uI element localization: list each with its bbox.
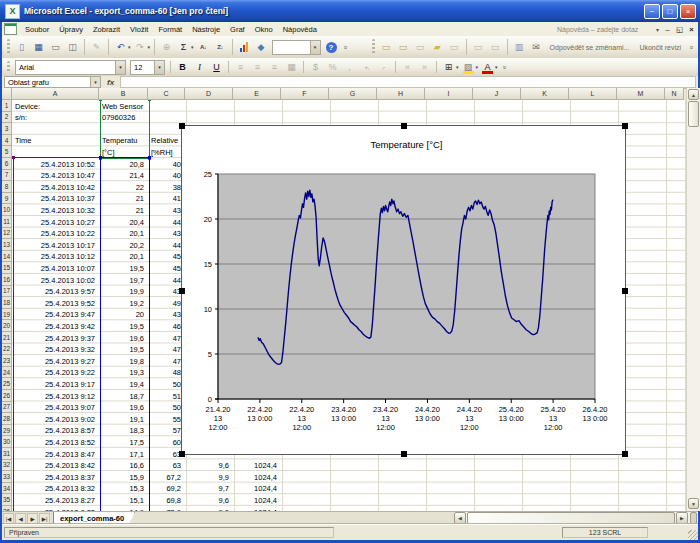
font-color-button-dropdown-icon[interactable]: ▾ <box>495 64 498 70</box>
chart-selection-handle[interactable] <box>179 451 185 457</box>
cell-C11[interactable]: 44 <box>151 218 181 228</box>
cell-D34[interactable]: 9,7 <box>188 484 229 494</box>
cell-C17[interactable]: 43 <box>151 287 181 297</box>
currency-style-icon[interactable]: $ <box>308 60 323 75</box>
cell-C23[interactable]: 47 <box>151 357 181 367</box>
maximize-button[interactable]: □ <box>662 4 678 19</box>
print-preview-icon[interactable]: ◫ <box>65 40 80 55</box>
comma-style-icon[interactable]: , <box>342 60 357 75</box>
row-header-13[interactable]: 13 <box>2 239 12 251</box>
name-box-dropdown-icon[interactable]: ▾ <box>91 76 101 88</box>
scroll-down-icon[interactable]: ▼ <box>688 498 699 509</box>
cell-C19[interactable]: 43 <box>151 310 181 320</box>
menu-format[interactable]: Formát <box>153 23 187 36</box>
cell-C8[interactable]: 38 <box>151 183 181 193</box>
row-header-33[interactable]: 33 <box>2 471 12 483</box>
column-header-F[interactable]: F <box>281 88 329 100</box>
row-header-17[interactable]: 17 <box>2 286 12 298</box>
send-mail-icon[interactable]: ✉ <box>529 40 544 55</box>
cell-C27[interactable]: 50 <box>151 403 181 413</box>
chart-wizard-icon[interactable] <box>237 40 252 55</box>
toolbar-options-formatting[interactable]: » <box>500 62 507 72</box>
undo-button[interactable]: ↶ <box>113 40 128 55</box>
menu-graf[interactable]: Graf <box>225 23 250 36</box>
row-header-22[interactable]: 22 <box>2 344 12 356</box>
menu-soubor[interactable]: Soubor <box>20 23 54 36</box>
column-header-N[interactable]: N <box>665 88 684 100</box>
align-center-icon[interactable]: ≡ <box>250 60 265 75</box>
previous-comment-icon[interactable]: ▭ <box>396 40 411 55</box>
menu-okno[interactable]: Okno <box>250 23 278 36</box>
merge-center-icon[interactable]: ▦ <box>284 60 299 75</box>
drawing-toolbar-icon[interactable]: ◆ <box>254 40 269 55</box>
row-header-7[interactable]: 7 <box>2 170 12 182</box>
scrollbar-split-handle[interactable] <box>690 512 697 524</box>
fill-color-button-dropdown-icon[interactable]: ▾ <box>476 64 479 70</box>
row-header-6[interactable]: 6 <box>2 158 12 170</box>
bold-button[interactable]: B <box>175 60 190 75</box>
cell-C16[interactable]: 44 <box>151 276 181 286</box>
row-header-28[interactable]: 28 <box>2 413 12 425</box>
cell-E33[interactable]: 1024,4 <box>236 473 277 483</box>
cell-E34[interactable]: 1024,4 <box>236 484 277 494</box>
cell-C29[interactable]: 57 <box>151 426 181 436</box>
select-all-corner[interactable] <box>2 88 12 100</box>
row-header-24[interactable]: 24 <box>2 367 12 379</box>
cell-C6[interactable]: 40 <box>151 160 181 170</box>
column-header-B[interactable]: B <box>99 88 148 100</box>
row-header-2[interactable]: 2 <box>2 112 12 124</box>
next-comment-icon[interactable]: ▭ <box>413 40 428 55</box>
autosum-button-dropdown-icon[interactable]: ▾ <box>191 44 194 50</box>
font-color-button[interactable]: A <box>480 60 495 75</box>
sort-ascending-icon[interactable]: A↓ <box>196 40 211 55</box>
row-header-16[interactable]: 16 <box>2 274 12 286</box>
cell-A4[interactable]: Time <box>15 136 95 146</box>
workbook-restore-button[interactable]: ◱ <box>674 24 685 34</box>
row-header-21[interactable]: 21 <box>2 332 12 344</box>
toolbar-drag-handle[interactable] <box>372 39 375 54</box>
end-review-button[interactable]: Ukončit revizi <box>634 44 686 51</box>
cell-C9[interactable]: 41 <box>151 194 181 204</box>
row-header-12[interactable]: 12 <box>2 228 12 240</box>
sort-descending-icon[interactable]: Z↓ <box>213 40 228 55</box>
horizontal-scroll-thumb[interactable] <box>467 512 675 524</box>
column-header-E[interactable]: E <box>233 88 281 100</box>
cell-C7[interactable]: 40 <box>151 171 181 181</box>
row-header-1[interactable]: 1 <box>2 100 12 112</box>
plot-area[interactable] <box>218 174 595 399</box>
cell-C15[interactable]: 45 <box>151 264 181 274</box>
toolbar-options-reviewing[interactable]: » <box>688 42 695 52</box>
cell-C24[interactable]: 48 <box>151 368 181 378</box>
cell-C31[interactable]: 63 <box>151 450 181 460</box>
cell-C20[interactable]: 46 <box>151 322 181 332</box>
borders-button[interactable]: ⊞ <box>441 60 456 75</box>
column-header-H[interactable]: H <box>377 88 425 100</box>
cell-D33[interactable]: 9,9 <box>188 473 229 483</box>
font-size-combobox[interactable]: 12▾ <box>130 60 165 75</box>
align-left-icon[interactable]: ≡ <box>233 60 248 75</box>
row-header-23[interactable]: 23 <box>2 355 12 367</box>
previous-change-icon[interactable]: ▭ <box>471 40 486 55</box>
cell-C35[interactable]: 69,8 <box>151 496 181 506</box>
zoom-combobox[interactable]: ▾ <box>272 40 321 55</box>
cell-C30[interactable]: 60 <box>151 438 181 448</box>
name-box[interactable]: Oblast grafu <box>4 76 91 88</box>
cell-C21[interactable]: 47 <box>151 334 181 344</box>
cell-C32[interactable]: 63 <box>151 461 181 471</box>
row-header-14[interactable]: 14 <box>2 251 12 263</box>
row-header-5[interactable]: 5 <box>2 146 12 158</box>
row-header-27[interactable]: 27 <box>2 402 12 414</box>
chart-selection-handle[interactable] <box>622 123 628 129</box>
vertical-scroll-thumb[interactable] <box>688 101 699 127</box>
chart-selection-handle[interactable] <box>622 451 628 457</box>
minimize-button[interactable]: − <box>644 4 660 19</box>
close-button[interactable]: × <box>680 4 696 19</box>
chart-selection-handle[interactable] <box>179 288 185 294</box>
toolbar-drag-handle[interactable] <box>7 61 10 74</box>
formula-input[interactable] <box>120 76 696 88</box>
autosum-button[interactable]: Σ <box>176 40 191 55</box>
fill-color-button[interactable]: ▨ <box>461 60 476 75</box>
cell-C18[interactable]: 49 <box>151 299 181 309</box>
insert-hyperlink-icon[interactable]: ⊕ <box>159 40 174 55</box>
edit-comment-icon[interactable]: ▭ <box>379 40 394 55</box>
